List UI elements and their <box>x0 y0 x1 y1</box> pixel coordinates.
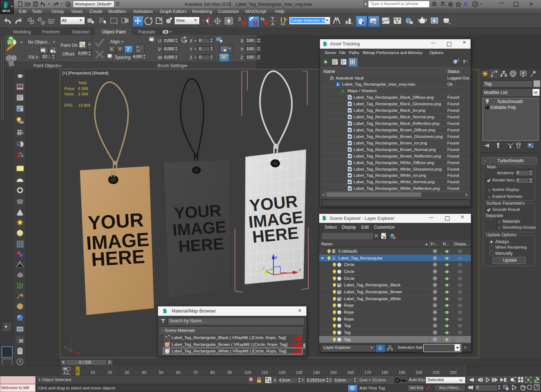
svg-text:z: z <box>70 338 72 342</box>
svg-text:3: 3 <box>337 83 339 86</box>
svg-text:?: ? <box>463 59 465 65</box>
svg-text:x: x <box>78 351 80 355</box>
svg-text:y: y <box>263 266 265 270</box>
svg-text:?: ? <box>454 60 457 64</box>
svg-text:{ }: { } <box>280 17 286 23</box>
svg-text:HERE: HERE <box>91 245 146 270</box>
svg-text:?: ? <box>19 360 21 364</box>
svg-text:HF: HF <box>18 295 22 298</box>
svg-text:HERE: HERE <box>178 234 224 256</box>
svg-text:y: y <box>65 345 66 349</box>
svg-text:0x: 0x <box>17 308 19 310</box>
svg-text:51: 51 <box>136 46 139 48</box>
svg-text:z: z <box>275 255 277 259</box>
svg-text:4.5: 4.5 <box>136 49 140 52</box>
svg-text:?: ? <box>474 2 476 7</box>
svg-text:ABC: ABC <box>281 23 286 25</box>
svg-text:x: x <box>299 268 301 272</box>
